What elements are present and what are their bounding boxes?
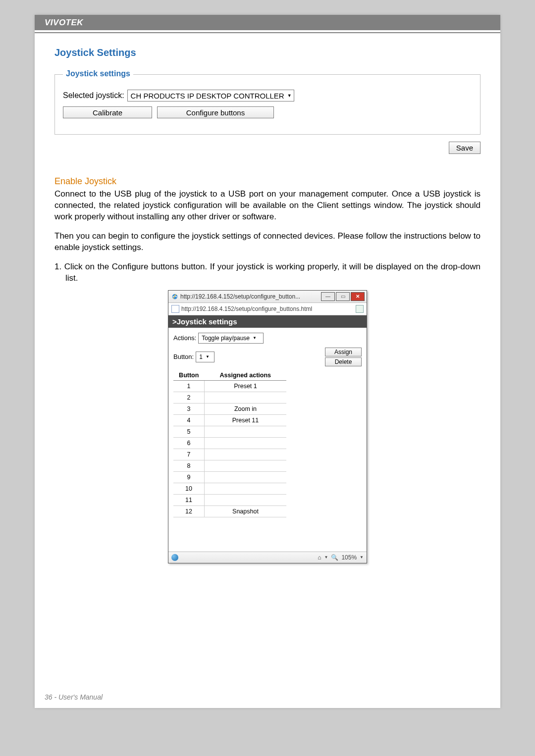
table-row[interactable]: 2	[173, 392, 286, 403]
selected-joystick-label: Selected joystick:	[63, 91, 124, 100]
save-button-label: Save	[456, 144, 473, 152]
button-cell: 9	[173, 471, 205, 483]
brand-header: VIVOTEK	[35, 15, 500, 30]
action-cell: Preset 11	[205, 414, 287, 426]
button-cell: 8	[173, 460, 205, 471]
page-icon	[171, 305, 179, 313]
table-row[interactable]: 1Preset 1	[173, 380, 286, 392]
refresh-icon[interactable]	[356, 305, 364, 313]
calibrate-button[interactable]: Calibrate	[63, 106, 152, 118]
panel-legend: Joystick settings	[63, 69, 133, 78]
col-actions-header: Assigned actions	[205, 370, 287, 381]
table-row[interactable]: 10	[173, 483, 286, 494]
action-cell	[205, 494, 287, 505]
actions-label: Actions:	[173, 334, 196, 342]
button-cell: 10	[173, 483, 205, 494]
action-cell	[205, 426, 287, 437]
internet-zone-icon	[171, 554, 178, 561]
configure-buttons-label: Configure buttons	[186, 108, 245, 117]
button-cell: 12	[173, 505, 205, 517]
paragraph-2: Then you can begin to configure the joys…	[54, 231, 481, 253]
address-bar: http://192.168.4.152/setup/configure_but…	[168, 303, 367, 315]
actions-value: Toggle play/pause	[202, 335, 250, 342]
table-row[interactable]: 12Snapshot	[173, 505, 286, 517]
action-cell	[205, 483, 287, 494]
zoom-icon[interactable]: 🔍	[331, 554, 338, 561]
selected-joystick-value: CH PRODUCTS IP DESKTOP CONTROLLER	[131, 92, 284, 100]
page-footer: 36 - User's Manual	[45, 693, 103, 701]
assign-button[interactable]: Assign	[325, 348, 362, 356]
minimize-button[interactable]: —	[321, 292, 335, 301]
button-cell: 2	[173, 392, 205, 403]
table-row[interactable]: 5	[173, 426, 286, 437]
address-text: http://192.168.4.152/setup/configure_but…	[181, 305, 312, 312]
enable-joystick-heading: Enable Joystick	[54, 176, 481, 187]
delete-button-label: Delete	[335, 358, 352, 365]
configure-buttons-window: http://192.168.4.152/setup/configure_but…	[168, 290, 367, 563]
window-title: http://192.168.4.152/setup/configure_but…	[180, 293, 300, 300]
page-title: Joystick Settings	[54, 47, 481, 58]
popup-section-title: >Joystick settings	[168, 315, 367, 328]
button-number-value: 1	[199, 353, 203, 360]
action-cell: Zoom in	[205, 403, 287, 414]
step-1: 1. Click on the Configure buttons button…	[54, 261, 481, 284]
table-row[interactable]: 4Preset 11	[173, 414, 286, 426]
action-cell	[205, 449, 287, 460]
action-cell	[205, 460, 287, 471]
paragraph-1: Connect to the USB plug of the joystick …	[54, 189, 481, 223]
action-cell	[205, 471, 287, 483]
ie-icon	[171, 293, 178, 300]
table-row[interactable]: 3Zoom in	[173, 403, 286, 414]
maximize-button[interactable]: ▭	[336, 292, 350, 301]
button-number-dropdown[interactable]: 1 ▼	[196, 352, 214, 362]
button-actions-table: Button Assigned actions 1Preset 123Zoom …	[173, 370, 286, 517]
status-bar: ⌂ ▼ 🔍 105% ▼	[168, 552, 367, 563]
action-cell: Preset 1	[205, 380, 287, 392]
calibrate-button-label: Calibrate	[93, 108, 122, 117]
table-row[interactable]: 8	[173, 460, 286, 471]
home-icon[interactable]: ⌂	[318, 554, 321, 561]
chevron-down-icon: ▼	[253, 336, 257, 340]
button-cell: 6	[173, 437, 205, 449]
button-cell: 4	[173, 414, 205, 426]
action-cell	[205, 392, 287, 403]
button-number-label: Button:	[173, 353, 194, 360]
zoom-level: 105%	[341, 554, 357, 561]
table-row[interactable]: 7	[173, 449, 286, 460]
button-cell: 7	[173, 449, 205, 460]
joystick-settings-panel: Joystick settings Selected joystick: CH …	[54, 74, 481, 135]
action-cell: Snapshot	[205, 505, 287, 517]
action-cell	[205, 437, 287, 449]
window-titlebar: http://192.168.4.152/setup/configure_but…	[168, 291, 367, 303]
table-row[interactable]: 9	[173, 471, 286, 483]
button-cell: 1	[173, 380, 205, 392]
chevron-down-icon: ▼	[287, 93, 292, 98]
table-row[interactable]: 6	[173, 437, 286, 449]
close-button[interactable]: ✕	[351, 292, 365, 301]
table-row[interactable]: 11	[173, 494, 286, 505]
chevron-down-icon[interactable]: ▼	[360, 555, 364, 559]
actions-dropdown[interactable]: Toggle play/pause ▼	[198, 333, 264, 344]
configure-buttons-button[interactable]: Configure buttons	[157, 106, 274, 118]
selected-joystick-dropdown[interactable]: CH PRODUCTS IP DESKTOP CONTROLLER ▼	[127, 90, 294, 101]
delete-button[interactable]: Delete	[325, 357, 362, 366]
button-cell: 3	[173, 403, 205, 414]
brand-text: VIVOTEK	[45, 18, 83, 27]
assign-button-label: Assign	[334, 349, 352, 355]
chevron-down-icon[interactable]: ▼	[324, 555, 328, 559]
save-button[interactable]: Save	[449, 142, 481, 154]
chevron-down-icon: ▼	[206, 354, 210, 359]
col-button-header: Button	[173, 370, 205, 381]
button-cell: 5	[173, 426, 205, 437]
button-cell: 11	[173, 494, 205, 505]
